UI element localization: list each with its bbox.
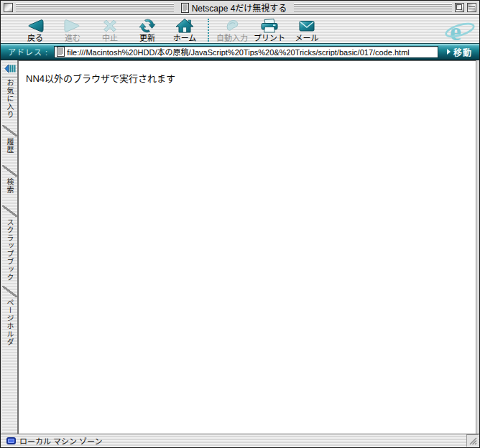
forward-button[interactable]: 進む: [54, 17, 91, 44]
print-button[interactable]: プリント: [251, 17, 288, 44]
sidebar-tab-favorites[interactable]: お気に入り: [2, 78, 17, 125]
go-arrow-icon: [447, 49, 451, 55]
autofill-icon: [223, 18, 241, 34]
title-bar: Netscape 4だけ無視する: [1, 1, 479, 15]
toolbar-separator: [208, 19, 209, 42]
main-area: お気に入り 履歴 検索 スクラップブック ページホルダ NN4以外のブラウザで実…: [1, 60, 479, 434]
sidebar-tab-pageholder[interactable]: ページホルダ: [2, 297, 17, 349]
address-input[interactable]: [67, 47, 435, 56]
back-icon: [26, 18, 45, 34]
page-icon: [57, 47, 65, 57]
address-bar: アドレス : 移動: [1, 44, 479, 60]
sidebar-tab-separator: [2, 205, 17, 217]
address-field: [54, 46, 438, 58]
back-label: 戻る: [27, 34, 43, 43]
resize-grip[interactable]: [466, 434, 479, 447]
title-group: Netscape 4だけ無視する: [177, 1, 292, 14]
mail-icon: [297, 18, 316, 34]
sidebar-tab-label: 検索: [4, 178, 15, 194]
go-button[interactable]: 移動: [444, 45, 475, 59]
refresh-icon: [138, 18, 157, 34]
sidebar-tab-separator: [2, 165, 17, 177]
sidebar-tab-separator: [2, 125, 17, 136]
sidebar-tab-separator: [2, 286, 17, 297]
resize-grip-icon: [469, 437, 477, 445]
print-icon: [259, 18, 280, 34]
stop-icon: [101, 18, 119, 34]
status-text: ローカル マシン ゾーン: [19, 435, 466, 447]
browser-window: Netscape 4だけ無視する 戻る: [0, 0, 480, 448]
home-button[interactable]: ホーム: [166, 17, 203, 44]
go-label: 移動: [453, 46, 472, 58]
window-title: Netscape 4だけ無視する: [192, 1, 287, 14]
home-icon: [175, 18, 194, 34]
mail-label: メール: [295, 34, 319, 43]
refresh-button[interactable]: 更新: [129, 17, 166, 44]
toolbar: 戻る 進む 中止 更新 ホ: [1, 15, 479, 44]
print-label: プリント: [254, 34, 285, 43]
sidebar-tab-label: 履歴: [4, 138, 15, 154]
svg-text:e: e: [450, 18, 461, 45]
collapse-sidebar-icon: [4, 64, 16, 73]
mail-button[interactable]: メール: [288, 17, 326, 44]
forward-icon: [63, 18, 82, 34]
sidebar-tab-label: お気に入り: [4, 79, 15, 118]
sidebar-tab-label: ページホルダ: [4, 299, 15, 346]
status-bar: ローカル マシン ゾーン: [1, 434, 479, 447]
collapse-button[interactable]: [467, 3, 476, 12]
forward-label: 進む: [65, 34, 80, 43]
sidebar-tab-history[interactable]: 履歴: [2, 136, 17, 165]
refresh-label: 更新: [139, 34, 155, 43]
title-bar-stripes[interactable]: [16, 3, 174, 12]
stop-label: 中止: [102, 34, 118, 43]
home-label: ホーム: [173, 34, 197, 43]
ie-e-icon: e: [445, 18, 475, 45]
autofill-label: 自動入力: [216, 34, 248, 43]
address-label: アドレス :: [8, 46, 48, 57]
internet-explorer-logo: e: [445, 18, 475, 47]
title-bar-stripes[interactable]: [294, 3, 452, 12]
sidebar: お気に入り 履歴 検索 スクラップブック ページホルダ: [1, 60, 18, 434]
window-right-frame: [476, 60, 479, 434]
autofill-button[interactable]: 自動入力: [213, 17, 251, 44]
back-button[interactable]: 戻る: [17, 17, 54, 44]
document-icon: [181, 3, 189, 13]
page-text: NN4以外のブラウザで実行されます: [26, 71, 469, 85]
sidebar-tab-search[interactable]: 検索: [2, 177, 17, 205]
close-button[interactable]: [4, 3, 13, 12]
sidebar-tab-label: スクラップブック: [4, 218, 15, 281]
zoom-button[interactable]: [455, 3, 464, 12]
page-content: NN4以外のブラウザで実行されます: [18, 60, 476, 434]
sidebar-tab-scrapbook[interactable]: スクラップブック: [2, 217, 17, 286]
security-zone-icon: [6, 437, 16, 444]
sidebar-collapse-button[interactable]: [2, 60, 17, 78]
stop-button[interactable]: 中止: [91, 17, 129, 44]
